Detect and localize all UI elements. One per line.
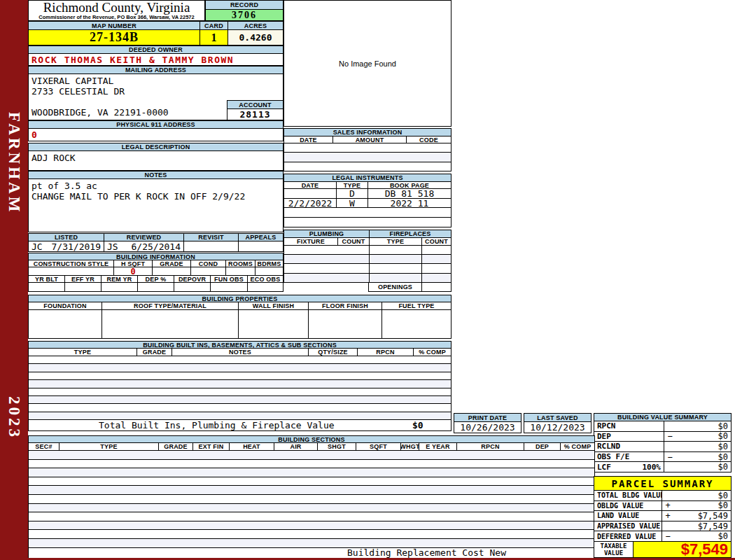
parcel-row-value: −$0 (662, 531, 732, 542)
mailing-line-4: WOODBRIDGE, VA 22191-0000 (31, 107, 169, 118)
fuel-type-value (382, 309, 451, 339)
empty-row (28, 529, 595, 539)
building-sections-table: BUILDING SECTIONS SEC# TYPE GRADE EXT FI… (28, 435, 595, 559)
built-ins-total-label: Total Built Ins, Plumbing & Fireplace Va… (99, 420, 335, 430)
empty-row (28, 459, 595, 469)
empty-row (28, 503, 595, 513)
empty-cell (369, 263, 421, 273)
empty-row (284, 207, 451, 218)
building-value-summary: BUILDING VALUE SUMMARY RPCN $0 DEP −$0 R… (594, 413, 732, 472)
empty-cell (247, 282, 284, 292)
openings-value (421, 282, 451, 292)
appeals-value (238, 241, 284, 252)
record-label: RECORD (205, 0, 284, 10)
bvs-row-value: $0 (664, 441, 732, 452)
empty-cell (210, 282, 247, 292)
building-information-section: BUILDING INFORMATION CONSTRUCTION STYLE … (28, 253, 284, 292)
mailing-line-1: VIXERAL CAPITAL (31, 76, 169, 86)
empty-cell (137, 282, 174, 292)
county-header: Richmond County, Virginia Commissioner o… (28, 0, 205, 21)
empty-row (284, 143, 451, 153)
bvs-row-value: −$0 (664, 431, 732, 442)
empty-cell (101, 282, 137, 292)
empty-cell (28, 282, 64, 292)
bvs-row-label: RPCN (594, 421, 664, 432)
parcel-row-value: +$7,549 (662, 510, 732, 522)
card-value: 1 (200, 29, 227, 46)
bvs-row-label: DEP (594, 431, 664, 442)
revisit-value (183, 241, 238, 252)
notes-section: NOTES pt of 3.5 ac CHANGE MAIL TO PER K … (28, 171, 284, 232)
built-ins-total-row: Total Built Ins, Plumbing & Fireplace Va… (28, 419, 451, 431)
replacement-cost-label: Building Replacement Cost New (347, 547, 506, 558)
built-ins-total-value: $0 (412, 420, 424, 430)
instrument-date (284, 188, 336, 199)
county-title: Richmond County, Virginia (43, 1, 190, 14)
parcel-row-label: OBLDG VALUE (594, 500, 662, 512)
parcel-row-label: APPRAISED VALUE (594, 521, 662, 532)
parcel-summary: PARCEL SUMMARY TOTAL BLDG VALUE $0 OBLDG… (594, 476, 732, 558)
listed-by: JC (31, 241, 43, 252)
empty-cell (421, 245, 451, 255)
built-ins-section: BUILDING BUILT INS, BASEMENTS, ATTICS & … (28, 341, 451, 431)
map-number-value: 27-134B (28, 29, 200, 46)
sales-information-section: SALES INFORMATION DATE AMOUNT CODE (284, 128, 451, 172)
taxable-value: $7,549 (633, 541, 732, 558)
empty-cell (421, 254, 451, 264)
empty-cell (421, 273, 451, 283)
bvs-row-label: RCLND (594, 441, 664, 452)
empty-cell (421, 263, 451, 273)
physical-address-section: PHYSICAL 911 ADDRESS 0 (28, 120, 284, 141)
empty-row (28, 494, 595, 504)
empty-row (28, 485, 595, 495)
empty-cell (284, 254, 369, 264)
reviewed-value: JS 6/25/2014 (104, 241, 183, 252)
account-value: 28113 (227, 108, 284, 120)
district-label: FARNHAM (5, 112, 23, 214)
print-date-value: 10/26/2023 (454, 421, 522, 433)
bvs-row-value: $0 (664, 461, 732, 472)
taxable-value-label: TAXABLE VALUE (594, 541, 633, 558)
empty-cell (369, 273, 421, 283)
bvs-row-value: $0 (664, 421, 732, 432)
floor-finish-value (308, 309, 382, 339)
photo-panel: No Image Found (284, 0, 451, 127)
record-box: RECORD 3706 (205, 0, 284, 21)
empty-row (28, 538, 595, 548)
listed-date: 7/31/2019 (52, 241, 101, 252)
parcel-row-value: +$0 (662, 500, 732, 512)
reviewed-date: 6/25/2014 (132, 241, 181, 252)
empty-cell (369, 254, 421, 264)
sections-footer-row: Building Replacement Cost New (28, 547, 595, 559)
print-date-box: PRINT DATE 10/26/2023 (454, 413, 522, 433)
empty-cell (284, 273, 369, 283)
empty-row (284, 152, 451, 162)
notes-line-1: pt of 3.5 ac (31, 181, 245, 191)
reviewed-by: JS (107, 241, 118, 252)
instrument-type: W (336, 198, 368, 209)
parcel-row-value: $0 (662, 490, 732, 501)
roof-value (102, 309, 238, 339)
tax-year-label: 2023 (5, 396, 23, 440)
physical-address-value: 0 (28, 128, 284, 141)
no-image-message: No Image Found (284, 0, 451, 127)
mailing-line-3 (31, 97, 169, 107)
empty-row (284, 162, 451, 172)
parcel-summary-title: PARCEL SUMMARY (594, 476, 732, 491)
bvs-row-label: OBS F/E (594, 451, 664, 463)
building-properties-section: BUILDING PROPERTIES FOUNDATION ROOF TYPE… (28, 295, 451, 339)
deeded-owner-section: DEEDED OWNER ROCK THOMAS KEITH & TAMMY B… (28, 46, 284, 66)
empty-row (28, 512, 595, 522)
parcel-row-label: LAND VALUE (594, 510, 662, 522)
empty-row (28, 450, 595, 460)
record-value: 3706 (205, 9, 284, 21)
legal-description-section: LEGAL DESCRIPTION ADJ ROCK (28, 143, 284, 171)
district-sidebar: FARNHAM 2023 (0, 0, 28, 560)
foundation-value (28, 309, 102, 339)
plumbing-fireplaces-section: PLUMBING FIREPLACES FIXTURE COUNT TYPE C… (284, 230, 451, 292)
empty-cell (369, 245, 421, 255)
account-box: ACCOUNT 28113 (227, 100, 284, 120)
empty-cell (284, 263, 369, 273)
parcel-row-label: DEFERRED VALUE (594, 531, 662, 542)
last-saved-value: 10/12/2023 (524, 421, 592, 433)
